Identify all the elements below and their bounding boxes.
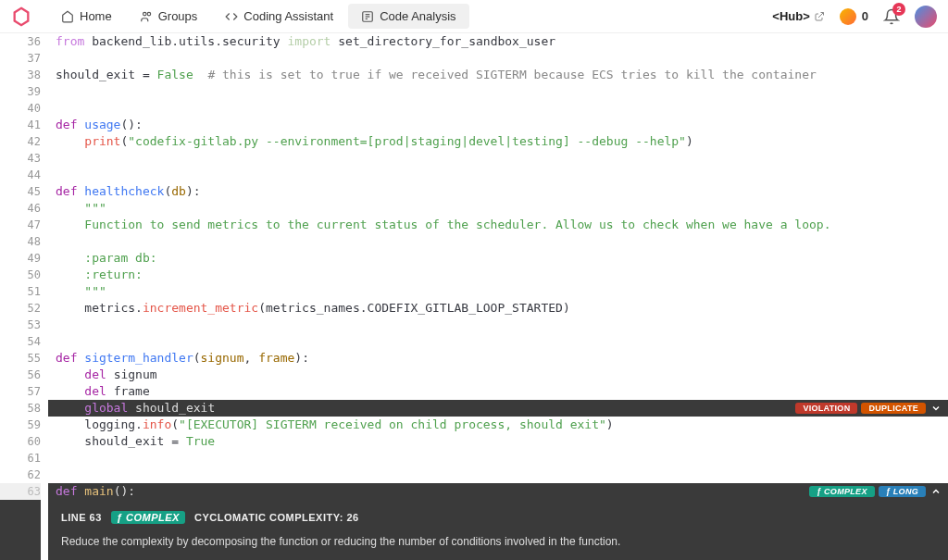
function-analysis-panel: def main():ƒ COMPLEXƒ LONGLINE 63ƒ COMPL… [48,483,948,560]
line-number[interactable]: 61 [0,450,41,467]
code-line[interactable] [48,150,948,167]
logo-icon[interactable] [11,6,31,27]
line-number[interactable]: 51 [0,283,41,300]
code-line[interactable]: should_exit = True [48,433,948,450]
line-number[interactable]: 58 [0,400,41,417]
code-line[interactable]: """ [48,200,948,217]
line-number[interactable]: 57 [0,383,41,400]
code-line[interactable]: :param db: [48,250,948,267]
line-number[interactable]: 43 [0,150,41,167]
code-line[interactable] [48,50,948,67]
complexity-mini-badge: ƒ COMPLEX [111,511,185,524]
-complex-badge[interactable]: ƒ COMPLEX [809,486,875,497]
duplicate-badge[interactable]: DUPLICATE [861,403,926,414]
line-number[interactable]: 63 [0,483,41,500]
nav-item-coding-assistant[interactable]: Coding Assistant [212,4,346,29]
points-counter[interactable]: 0 [840,8,868,25]
complexity-description: Reduce the complexity by decomposing the… [61,533,935,550]
line-number[interactable]: 40 [0,100,41,117]
nav-item-home[interactable]: Home [48,4,125,29]
code-line[interactable]: def usage(): [48,117,948,133]
line-number[interactable]: 50 [0,267,41,283]
code-editor: 3637383940414243444546474849505152535455… [0,33,948,560]
code-line[interactable]: should_exit = False # this is set to tru… [48,67,948,83]
line-label: LINE 63 [61,512,102,523]
home-icon [61,10,74,23]
line-number[interactable]: 38 [0,67,41,83]
line-number[interactable]: 45 [0,183,41,200]
top-navigation: HomeGroupsCoding AssistantCode Analysis … [0,0,948,33]
groups-icon [140,10,153,23]
line-badges: ƒ COMPLEXƒ LONG [809,483,942,500]
code-line[interactable]: """ [48,283,948,300]
hub-label[interactable]: <Hub> [772,9,824,23]
line-number[interactable]: 49 [0,250,41,267]
line-number[interactable]: 41 [0,117,41,133]
code-line[interactable] [48,317,948,333]
code-line[interactable] [48,450,948,467]
function-detail: LINE 63ƒ COMPLEXCYCLOMATIC COMPLEXITY: 2… [48,500,948,560]
code-line[interactable] [48,333,948,350]
line-number[interactable]: 54 [0,333,41,350]
complexity-metric: CYCLOMATIC COMPLEXITY: 26 [194,512,359,523]
line-badges: VIOLATIONDUPLICATE [795,400,942,417]
chevron-up-icon[interactable] [929,485,942,498]
line-number[interactable]: 55 [0,350,41,367]
notifications-button[interactable]: 2 [883,8,900,25]
topbar-right: <Hub> 0 2 [772,6,937,28]
avatar[interactable] [915,6,937,28]
svg-point-1 [147,12,151,16]
code-icon [225,10,238,23]
code-line[interactable]: def sigterm_handler(signum, frame): [48,350,948,367]
code-area[interactable]: from backend_lib.utils.security import s… [48,33,948,560]
nav-items: HomeGroupsCoding AssistantCode Analysis [48,4,469,29]
chevron-down-icon[interactable] [929,402,942,415]
line-number[interactable]: 48 [0,233,41,250]
analysis-icon [361,10,374,23]
line-number[interactable]: 47 [0,217,41,233]
code-line[interactable] [48,167,948,183]
line-number[interactable]: 53 [0,317,41,333]
line-number[interactable]: 44 [0,167,41,183]
line-number[interactable]: 62 [0,467,41,483]
notification-count-badge: 2 [892,3,905,16]
points-icon [840,8,856,25]
highlighted-line: global should_exitVIOLATIONDUPLICATE [48,400,948,417]
line-number[interactable]: 46 [0,200,41,217]
line-number[interactable]: 39 [0,83,41,100]
nav-item-groups[interactable]: Groups [127,4,211,29]
line-number[interactable]: 60 [0,433,41,450]
points-value: 0 [862,9,868,23]
code-line[interactable]: :return: [48,267,948,283]
-long-badge[interactable]: ƒ LONG [879,486,926,497]
line-number[interactable]: 37 [0,50,41,67]
line-number[interactable]: 52 [0,300,41,317]
code-line[interactable]: metrics.increment_metric(metrics_names.C… [48,300,948,317]
code-line[interactable] [48,100,948,117]
code-line[interactable] [48,233,948,250]
code-line[interactable]: def healthcheck(db): [48,183,948,200]
line-gutter: 3637383940414243444546474849505152535455… [0,33,48,560]
code-line[interactable]: logging.info("[EXECUTOR] SIGTERM receive… [48,417,948,433]
code-line[interactable]: del frame [48,383,948,400]
line-number[interactable]: 36 [0,33,41,50]
code-line[interactable]: print("codefix-gitlab.py --environment=[… [48,133,948,150]
code-line[interactable]: Function to send metrics to the current … [48,217,948,233]
violation-badge[interactable]: VIOLATION [795,403,857,414]
line-number[interactable]: 42 [0,133,41,150]
svg-point-0 [143,12,146,16]
code-line[interactable]: del signum [48,367,948,383]
code-line[interactable] [48,467,948,483]
code-line[interactable]: from backend_lib.utils.security import s… [48,33,948,50]
nav-item-code-analysis[interactable]: Code Analysis [348,4,468,29]
line-number[interactable]: 56 [0,367,41,383]
code-line[interactable] [48,83,948,100]
line-number[interactable]: 59 [0,417,41,433]
